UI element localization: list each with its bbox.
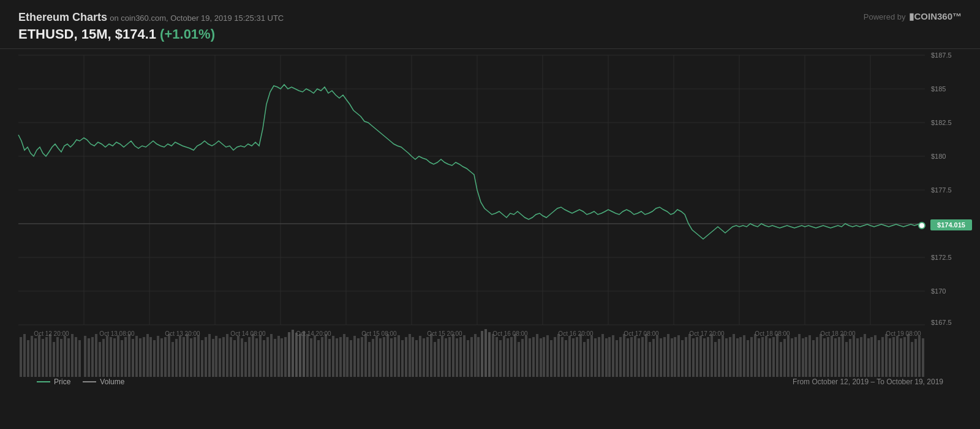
svg-rect-55 — [135, 336, 138, 377]
svg-rect-196 — [649, 342, 651, 377]
svg-rect-226 — [758, 338, 760, 377]
svg-rect-260 — [881, 337, 884, 377]
svg-rect-166 — [540, 338, 542, 377]
svg-rect-54 — [132, 339, 134, 377]
svg-rect-26 — [27, 340, 29, 377]
svg-text:Oct 13 08:00: Oct 13 08:00 — [99, 330, 135, 337]
svg-rect-120 — [372, 339, 374, 377]
svg-rect-90 — [263, 340, 265, 377]
svg-rect-165 — [536, 334, 538, 377]
svg-rect-232 — [780, 342, 782, 377]
svg-rect-251 — [849, 339, 851, 377]
svg-rect-62 — [160, 338, 163, 377]
svg-text:Oct 14 20:00: Oct 14 20:00 — [296, 330, 331, 337]
svg-rect-163 — [529, 338, 531, 377]
svg-rect-77 — [215, 336, 217, 377]
svg-rect-257 — [870, 337, 873, 377]
svg-rect-249 — [842, 334, 844, 377]
svg-rect-244 — [823, 338, 826, 377]
svg-rect-219 — [733, 334, 735, 377]
svg-rect-103 — [310, 338, 312, 377]
current-price-dot — [919, 222, 925, 229]
svg-rect-162 — [525, 336, 527, 377]
svg-rect-143 — [456, 338, 458, 377]
svg-rect-161 — [521, 339, 524, 377]
svg-rect-150 — [481, 331, 483, 377]
svg-rect-33 — [53, 342, 55, 377]
svg-rect-111 — [339, 337, 342, 377]
svg-text:$172.5: $172.5 — [931, 254, 952, 261]
svg-rect-118 — [364, 334, 367, 377]
svg-rect-250 — [845, 342, 848, 377]
svg-rect-255 — [864, 334, 866, 377]
svg-rect-248 — [838, 337, 840, 377]
svg-rect-208 — [692, 338, 695, 377]
svg-rect-124 — [386, 334, 389, 377]
svg-rect-270 — [918, 336, 921, 377]
svg-rect-258 — [874, 335, 876, 377]
svg-rect-73 — [201, 340, 203, 377]
svg-rect-136 — [430, 334, 432, 377]
svg-rect-28 — [34, 338, 37, 377]
svg-rect-211 — [703, 338, 706, 377]
svg-rect-179 — [587, 339, 589, 377]
volume-legend-label: Volume — [100, 378, 124, 386]
svg-rect-38 — [71, 334, 74, 377]
svg-rect-271 — [922, 338, 924, 377]
svg-text:$180: $180 — [931, 153, 946, 160]
chart-area: Oct 12 20:00 Oct 13 08:00 Oct 13 20:00 O… — [18, 55, 980, 369]
svg-rect-58 — [146, 334, 149, 377]
svg-rect-138 — [437, 339, 440, 377]
svg-rect-170 — [554, 337, 556, 377]
svg-text:Oct 12 20:00: Oct 12 20:00 — [34, 330, 69, 337]
svg-rect-222 — [743, 335, 745, 377]
price-legend-label: Price — [54, 378, 70, 386]
svg-rect-128 — [401, 340, 404, 377]
svg-rect-144 — [459, 337, 462, 377]
svg-rect-218 — [729, 337, 731, 377]
svg-rect-45 — [99, 342, 101, 377]
svg-rect-214 — [714, 342, 717, 377]
svg-rect-201 — [667, 334, 669, 377]
svg-rect-68 — [183, 337, 185, 377]
svg-rect-233 — [783, 339, 786, 377]
svg-rect-46 — [102, 339, 105, 377]
svg-rect-193 — [638, 338, 640, 377]
svg-rect-204 — [677, 335, 680, 377]
svg-text:Oct 17 20:00: Oct 17 20:00 — [689, 330, 725, 337]
svg-rect-83 — [237, 336, 239, 377]
svg-rect-220 — [736, 338, 739, 377]
svg-rect-89 — [259, 335, 262, 377]
svg-rect-112 — [343, 334, 345, 377]
svg-rect-168 — [546, 335, 549, 377]
svg-rect-256 — [867, 338, 870, 377]
svg-rect-264 — [896, 336, 899, 377]
svg-rect-190 — [627, 338, 629, 377]
svg-rect-198 — [656, 336, 658, 377]
svg-rect-81 — [230, 337, 232, 377]
volume-legend-item: Volume — [83, 378, 124, 386]
svg-rect-27 — [31, 336, 33, 377]
svg-rect-98 — [292, 330, 294, 377]
svg-rect-102 — [306, 334, 309, 377]
svg-rect-92 — [270, 334, 273, 377]
svg-rect-227 — [761, 337, 764, 377]
svg-text:$170: $170 — [931, 287, 946, 295]
svg-rect-78 — [219, 338, 221, 377]
svg-rect-52 — [124, 337, 127, 377]
svg-rect-79 — [222, 337, 225, 377]
svg-rect-32 — [49, 334, 51, 377]
svg-rect-234 — [787, 336, 790, 377]
svg-rect-93 — [274, 339, 276, 377]
svg-rect-230 — [772, 337, 775, 377]
svg-rect-63 — [164, 337, 167, 377]
svg-rect-169 — [550, 340, 552, 377]
svg-rect-239 — [805, 337, 807, 377]
svg-rect-176 — [576, 337, 578, 377]
svg-rect-29 — [38, 335, 40, 377]
svg-rect-24 — [20, 337, 22, 377]
svg-rect-122 — [379, 338, 382, 377]
svg-rect-192 — [634, 336, 636, 377]
svg-rect-187 — [616, 340, 618, 377]
svg-rect-182 — [598, 337, 600, 377]
